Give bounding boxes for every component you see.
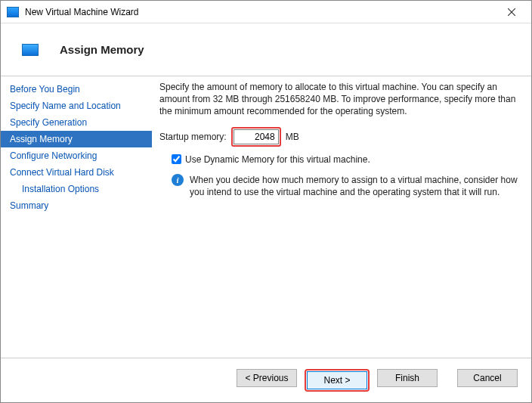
button-spacer: [445, 369, 450, 392]
sidebar-item-connect-vhd[interactable]: Connect Virtual Hard Disk: [1, 164, 152, 181]
info-row: i When you decide how much memory to ass…: [172, 174, 519, 198]
startup-memory-row: Startup memory: MB: [159, 127, 519, 147]
previous-button[interactable]: < Previous: [237, 369, 297, 387]
startup-memory-unit: MB: [286, 132, 299, 142]
sidebar-item-before-you-begin[interactable]: Before You Begin: [1, 81, 152, 98]
sidebar-item-specify-name[interactable]: Specify Name and Location: [1, 98, 152, 114]
dynamic-memory-row: Use Dynamic Memory for this virtual mach…: [172, 154, 519, 165]
wizard-footer: < Previous Next > Finish Cancel: [1, 358, 531, 402]
wizard-content: Specify the amount of memory to allocate…: [152, 76, 531, 358]
sidebar-item-assign-memory[interactable]: Assign Memory: [1, 131, 152, 147]
page-title: Assign Memory: [60, 43, 144, 56]
wizard-icon: [22, 44, 39, 56]
sidebar-item-summary[interactable]: Summary: [1, 197, 152, 214]
intro-text: Specify the amount of memory to allocate…: [159, 81, 519, 118]
sidebar-item-specify-generation[interactable]: Specify Generation: [1, 114, 152, 131]
sidebar-item-configure-networking[interactable]: Configure Networking: [1, 147, 152, 164]
dynamic-memory-checkbox[interactable]: [172, 154, 181, 164]
wizard-body: Before You Begin Specify Name and Locati…: [1, 76, 531, 358]
app-icon: [7, 7, 19, 17]
next-button-highlight: Next >: [305, 369, 370, 392]
close-icon: [508, 8, 515, 16]
info-icon: i: [172, 174, 184, 186]
startup-memory-highlight: [231, 127, 281, 147]
info-text: When you decide how much memory to assig…: [190, 174, 519, 198]
startup-memory-label: Startup memory:: [159, 132, 227, 142]
startup-memory-input[interactable]: [234, 129, 279, 144]
finish-button[interactable]: Finish: [377, 369, 438, 387]
title-bar: New Virtual Machine Wizard: [1, 1, 531, 23]
window-title: New Virtual Machine Wizard: [25, 7, 495, 17]
wizard-header: Assign Memory: [1, 23, 531, 76]
cancel-button[interactable]: Cancel: [457, 369, 518, 387]
close-button[interactable]: [495, 2, 528, 23]
dynamic-memory-label[interactable]: Use Dynamic Memory for this virtual mach…: [185, 154, 370, 165]
next-button[interactable]: Next >: [307, 371, 367, 389]
sidebar-item-installation-options[interactable]: Installation Options: [1, 181, 152, 197]
wizard-sidebar: Before You Begin Specify Name and Locati…: [1, 76, 152, 358]
